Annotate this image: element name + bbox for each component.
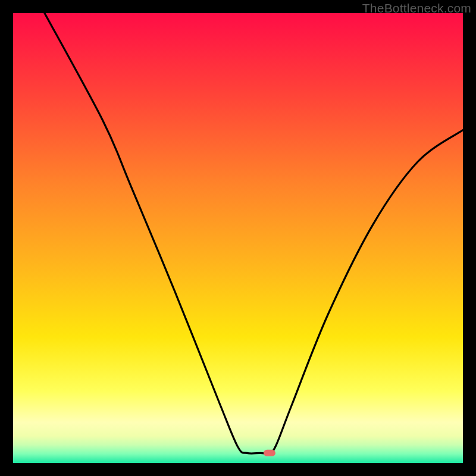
chart-svg (13, 13, 463, 463)
plot-area (13, 13, 463, 463)
optimum-marker (264, 450, 275, 456)
chart-frame: TheBottleneck.com (0, 0, 476, 476)
